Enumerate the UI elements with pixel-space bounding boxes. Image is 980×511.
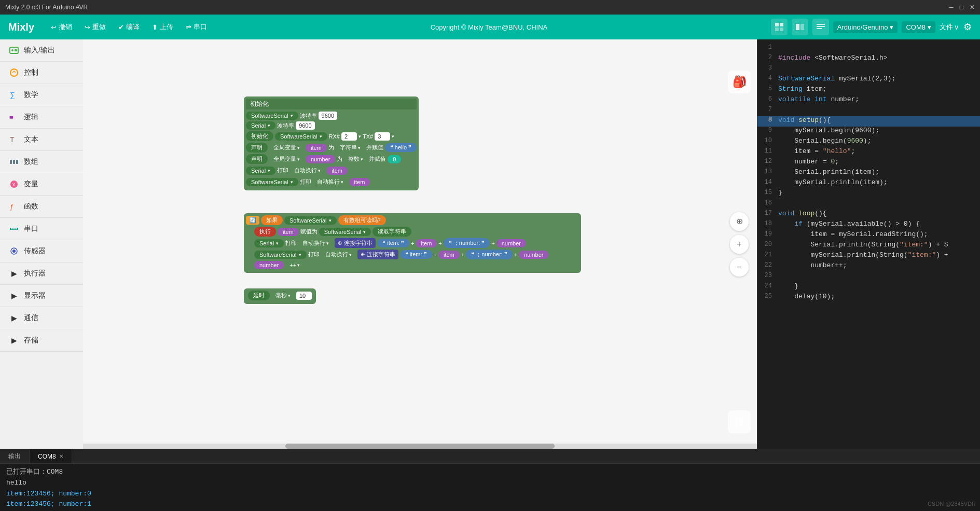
serial-button[interactable]: ⇌ 串口 xyxy=(186,22,207,32)
sidebar-item-control[interactable]: 控制 xyxy=(0,62,83,84)
concat-btn-2[interactable]: ⊕ 连接字符串 xyxy=(357,250,398,259)
zero-pill[interactable]: 0 xyxy=(388,155,401,163)
tab-com8-close[interactable]: ✕ xyxy=(59,453,63,459)
global-dropdown-1[interactable]: 全局变量 xyxy=(269,143,304,153)
tab-com8[interactable]: COM8 ✕ xyxy=(30,449,72,463)
if-pill[interactable]: 如果 xyxy=(261,215,283,225)
sidebar-item-text[interactable]: T 文本 xyxy=(0,129,83,151)
tx-input[interactable]: 3 xyxy=(375,132,390,141)
port-selector[interactable]: COM8 ▾ xyxy=(902,21,935,33)
delay-unit-dropdown[interactable]: 毫秒 xyxy=(271,291,295,300)
undo-button[interactable]: ↩ 撤销 xyxy=(51,22,72,32)
newline-dropdown-1[interactable]: 自动换行 xyxy=(290,165,325,175)
item-exec-pill[interactable]: item xyxy=(278,228,299,236)
item-var-pill-1[interactable]: item xyxy=(416,239,437,247)
item-str-pill-2[interactable]: ❝ item: ❞ xyxy=(400,250,432,259)
win-close[interactable]: ✕ xyxy=(970,4,975,11)
global-dropdown-2[interactable]: 全局变量 xyxy=(269,154,304,164)
redo-button[interactable]: ↪ 重做 xyxy=(85,22,106,32)
board-selector[interactable]: Arduino/Genuino ▾ xyxy=(833,21,898,33)
type-dropdown-2[interactable]: 整数 xyxy=(344,154,367,164)
upload-button[interactable]: ⬆ 上传 xyxy=(152,22,173,32)
view-split-button[interactable] xyxy=(792,19,808,35)
view-blocks-button[interactable] xyxy=(771,19,788,35)
delay-value-input[interactable]: 10 xyxy=(296,292,312,300)
number-str-pill-1[interactable]: ❝ ；number: ❞ xyxy=(444,238,490,248)
sidebar-label-control: 控制 xyxy=(24,68,38,77)
win-maximize[interactable]: □ xyxy=(960,4,963,11)
item-var-pill-2[interactable]: item xyxy=(438,251,460,259)
readstring-pill[interactable]: 读取字符串 xyxy=(372,227,411,237)
code-line-7: 7 xyxy=(757,106,980,116)
canvas-scrollbar[interactable] xyxy=(83,444,757,449)
win-minimize[interactable]: ─ xyxy=(949,4,954,11)
swserial-pill-2[interactable]: SoftwareSerial ▾ xyxy=(246,178,298,186)
sidebar-item-serial[interactable]: 串口 xyxy=(0,218,83,240)
code-line-8[interactable]: 8void setup(){ xyxy=(757,116,980,127)
view-code-button[interactable] xyxy=(812,19,829,35)
concat-btn-1[interactable]: ⊕ 连接字符串 xyxy=(335,238,376,248)
sidebar-item-array[interactable]: 数组 xyxy=(0,151,83,173)
softwareserial-pill-1[interactable]: SoftwareSerial ▾ xyxy=(246,112,298,120)
block-canvas[interactable]: 🎒 🗑 ⊕ + − 初始化 SoftwareSerial ▾ 波特率 9600 … xyxy=(83,39,757,449)
swserial-init-pill[interactable]: SoftwareSerial ▾ xyxy=(275,132,327,141)
baud-input-2[interactable]: 9600 xyxy=(296,121,314,130)
baud-input-1[interactable]: 9600 xyxy=(319,112,337,120)
code-line-19: 19 item = mySerial.readString(); xyxy=(757,230,980,241)
svg-rect-18 xyxy=(16,160,18,164)
swserial-read-pill[interactable]: SoftwareSerial ▾ xyxy=(319,228,371,236)
sidebar-item-sensor[interactable]: 传感器 xyxy=(0,240,83,263)
serial-pill-2[interactable]: Serial ▾ xyxy=(246,167,275,175)
declare-pill-2[interactable]: 声明 xyxy=(246,154,268,164)
settings-button[interactable]: ⚙ xyxy=(963,21,972,33)
compile-icon: ✔ xyxy=(118,23,124,31)
auto-newline-2[interactable]: 自动换行 xyxy=(321,250,356,259)
rx-input[interactable]: 2 xyxy=(341,132,357,141)
item-pill-3[interactable]: item xyxy=(349,178,370,186)
sidebar-item-storage[interactable]: ▶ 存储 xyxy=(0,329,83,352)
delay-pill[interactable]: 延时 xyxy=(248,291,270,300)
item-str-pill-1[interactable]: ❝ item: ❞ xyxy=(377,239,409,247)
init-pill[interactable]: 初始化 xyxy=(246,131,273,141)
number-str-pill-2[interactable]: ❝ ；number: ❞ xyxy=(466,250,512,259)
canvas-scrollbar-thumb[interactable] xyxy=(285,444,555,449)
file-menu[interactable]: 文件 ∨ xyxy=(940,22,959,32)
declare-pill-1[interactable]: 声明 xyxy=(246,143,268,153)
type-dropdown-1[interactable]: 字符串 xyxy=(336,143,365,153)
code-line-3: 3 xyxy=(757,64,980,75)
upload-icon: ⬆ xyxy=(152,23,158,31)
zoom-center-button[interactable]: ⊕ xyxy=(730,212,749,231)
svg-text:ƒ: ƒ xyxy=(10,202,14,211)
backpack-icon[interactable]: 🎒 xyxy=(728,71,751,93)
trash-icon[interactable]: 🗑 xyxy=(728,410,751,433)
newline-dropdown-2[interactable]: 自动换行 xyxy=(313,177,348,187)
available-pill[interactable]: 有数组可读吗? xyxy=(338,215,386,225)
sidebar-item-comm[interactable]: ▶ 通信 xyxy=(0,307,83,329)
number-pill-1[interactable]: number xyxy=(306,155,335,163)
zoom-in-button[interactable]: + xyxy=(730,235,749,254)
sidebar-item-actuator[interactable]: ▶ 执行器 xyxy=(0,263,83,285)
sidebar-item-display[interactable]: ▶ 显示器 xyxy=(0,285,83,307)
sidebar-item-io[interactable]: 输入/输出 xyxy=(0,39,83,62)
number-incr-pill[interactable]: number xyxy=(254,261,284,269)
sidebar-item-logic[interactable]: ≡ 逻辑 xyxy=(0,106,83,129)
item-pill-2[interactable]: item xyxy=(326,167,348,175)
exec-pill[interactable]: 执行 xyxy=(254,227,276,237)
tab-output[interactable]: 输出 xyxy=(0,449,30,463)
compile-button[interactable]: ✔ 编译 xyxy=(118,22,140,32)
number-var-pill-1[interactable]: number xyxy=(496,239,526,247)
serial-print-pill[interactable]: Serial ▾ xyxy=(254,239,284,247)
sidebar-item-math[interactable]: ∑ 数学 xyxy=(0,84,83,106)
swserial-print-pill[interactable]: SoftwareSerial ▾ xyxy=(254,251,307,259)
serial-pill-1[interactable]: Serial ▾ xyxy=(246,121,275,130)
swserial-if-pill[interactable]: SoftwareSerial ▾ xyxy=(284,216,337,225)
sidebar-item-function[interactable]: ƒ 函数 xyxy=(0,196,83,218)
number-var-pill-2[interactable]: number xyxy=(519,251,548,259)
increment-dropdown[interactable]: ++ xyxy=(285,261,304,269)
hello-string-pill[interactable]: ❝ hello ❞ xyxy=(385,143,417,152)
item-pill-1[interactable]: item xyxy=(306,144,327,152)
sidebar-item-variable[interactable]: x 变量 xyxy=(0,173,83,196)
redo-icon: ↪ xyxy=(85,23,90,31)
zoom-out-button[interactable]: − xyxy=(730,258,749,277)
auto-newline-1[interactable]: 自动换行 xyxy=(298,238,333,248)
